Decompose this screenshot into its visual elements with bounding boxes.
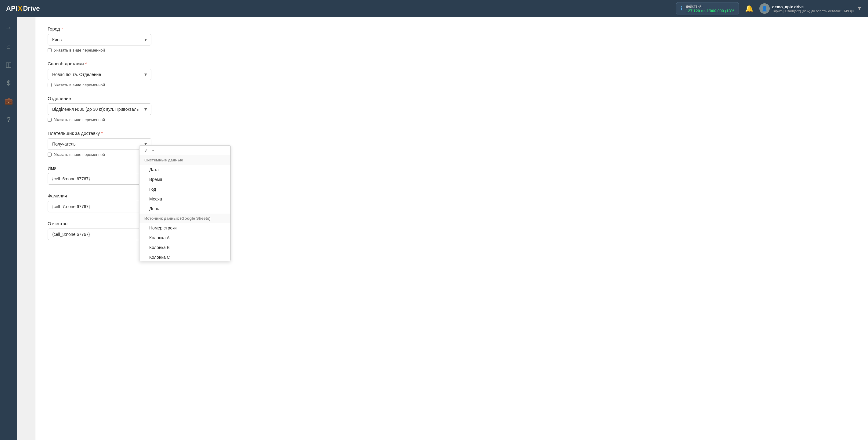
dropdown-overlay: ✓-Системные данныеДатаВремяГодМесяцДеньИ… [139,145,231,261]
header-right: ℹ действия: 127'120 из 1'000'000 (13% 🔔 … [676,2,862,15]
logo-x: X [18,5,23,12]
dropdown-item[interactable]: Год [140,184,230,194]
department-select-wrapper: Відділення №30 (до 30 кг): вул. Привокза… [48,103,151,115]
dropdown-item[interactable]: День [140,204,230,214]
dropdown-item[interactable]: Время [140,175,230,184]
actions-badge[interactable]: ℹ действия: 127'120 из 1'000'000 (13% [676,2,739,15]
department-variable-checkbox[interactable] [48,118,52,122]
actions-info: действия: 127'120 из 1'000'000 (13% [686,4,734,13]
sidebar-help-icon[interactable]: ? [2,114,14,126]
dropdown-group-header: Источник данных (Google Sheets) [140,214,230,223]
sidebar-dollar-icon[interactable]: $ [2,77,14,89]
actions-label: действия: [686,4,734,8]
user-section[interactable]: 👤 demo_apix-drive Тариф | Стандарт| (new… [760,3,862,14]
dropdown-item[interactable]: Колонка C [140,252,230,261]
delivery-label: Способ доставки* [48,61,856,66]
page-wrapper: Город* Киев ▼ Указать в виде переменной [17,17,868,440]
delivery-select-wrapper: Новая почта. Отделение ▼ [48,69,151,80]
delivery-required: * [85,61,87,66]
dropdown-item[interactable]: ✓- [140,146,230,155]
department-checkbox-row: Указать в виде переменной [48,118,856,122]
sidebar-back-icon[interactable]: → [2,22,14,34]
actions-count: 127'120 из 1'000'000 (13% [686,8,734,13]
sidebar-grid-icon[interactable]: ◫ [2,59,14,71]
info-icon: ℹ [681,5,683,12]
sidebar-home-icon[interactable]: ⌂ [2,40,14,53]
payer-label: Плательщик за доставку* [48,131,856,136]
dropdown-item[interactable]: Номер строки [140,223,230,233]
name-input[interactable] [48,173,151,185]
delivery-select[interactable]: Новая почта. Отделение [48,69,151,80]
delivery-checkbox-label: Указать в виде переменной [54,83,105,87]
payer-checkbox-label: Указать в виде переменной [54,152,105,157]
sidebar-briefcase-icon[interactable]: 💼 [2,95,14,107]
city-label: Город* [48,26,856,31]
content: Город* Киев ▼ Указать в виде переменной [17,17,868,440]
city-select-wrapper: Киев ▼ [48,34,151,45]
dropdown-item[interactable]: Колонка B [140,243,230,252]
city-select[interactable]: Киев [48,34,151,45]
header: API X Drive ℹ действия: 127'120 из 1'000… [0,0,868,17]
city-variable-checkbox[interactable] [48,48,52,52]
dropdown-item[interactable]: Месяц [140,194,230,204]
left-strip [17,17,35,440]
avatar: 👤 [760,3,770,14]
dropdown-item[interactable]: Колонка A [140,233,230,243]
lastname-input[interactable] [48,201,151,212]
payer-select[interactable]: Получатель [48,138,151,150]
department-label: Отделение [48,96,856,101]
department-field-group: Отделение Відділення №30 (до 30 кг): вул… [48,96,856,122]
payer-select-wrapper: Получатель ▼ [48,138,151,150]
chevron-down-icon: ▼ [857,6,862,11]
city-checkbox-row: Указать в виде переменной [48,48,856,53]
delivery-field-group: Способ доставки* Новая почта. Отделение … [48,61,856,87]
user-plan: Тариф | Стандарт| (new) до оплаты остало… [772,9,855,13]
city-checkbox-label: Указать в виде переменной [54,48,105,53]
logo: API X Drive [6,5,40,12]
bell-icon[interactable]: 🔔 [745,5,753,12]
form-area: Город* Киев ▼ Указать в виде переменной [35,17,868,440]
user-name: demo_apix-drive [772,5,855,9]
payer-variable-checkbox[interactable] [48,153,52,157]
main-layout: → ⌂ ◫ $ 💼 ? Город* Киев ▼ [0,17,868,440]
logo-api: API [6,5,18,12]
sidebar: → ⌂ ◫ $ 💼 ? [0,17,17,440]
department-select[interactable]: Відділення №30 (до 30 кг): вул. Привокза… [48,103,151,115]
delivery-checkbox-row: Указать в виде переменной [48,83,856,87]
patronymic-input[interactable] [48,228,151,240]
logo-drive: Drive [23,5,40,12]
city-field-group: Город* Киев ▼ Указать в виде переменной [48,26,856,53]
department-checkbox-label: Указать в виде переменной [54,118,105,122]
user-info: demo_apix-drive Тариф | Стандарт| (new) … [772,5,855,13]
dropdown-item[interactable]: Дата [140,165,230,175]
delivery-variable-checkbox[interactable] [48,83,52,87]
payer-required: * [101,131,103,136]
dropdown-group-header: Системные данные [140,155,230,165]
city-required: * [61,26,63,31]
